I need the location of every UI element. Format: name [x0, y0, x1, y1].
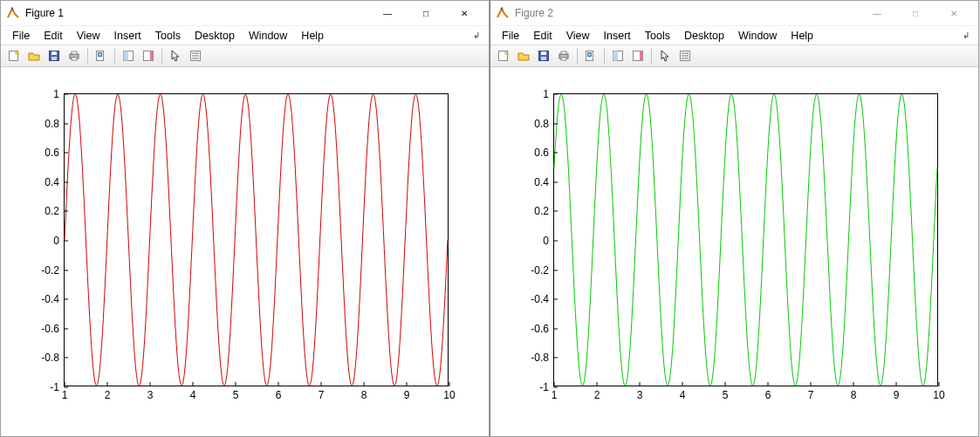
y-tick-label: -0.2	[531, 264, 554, 277]
close-button[interactable]: ✕	[935, 1, 973, 25]
menu-tools[interactable]: Tools	[639, 28, 676, 44]
x-tick-mark	[640, 382, 641, 386]
menubar-overflow-icon[interactable]: ↲	[963, 31, 973, 40]
y-tick-mark	[64, 153, 68, 154]
y-tick-mark	[553, 358, 558, 358]
svg-point-19	[501, 8, 504, 10]
x-tick-mark	[597, 382, 598, 386]
link-plot-icon[interactable]	[608, 46, 627, 65]
open-icon[interactable]	[514, 46, 533, 65]
menu-window[interactable]: Window	[732, 28, 783, 44]
close-button[interactable]: ✕	[445, 1, 483, 25]
x-tick-mark	[896, 382, 897, 386]
maximize-button[interactable]: □	[407, 1, 445, 25]
x-tick-label: 9	[404, 386, 410, 401]
toolbar	[490, 44, 978, 67]
svg-rect-27	[561, 58, 566, 60]
menu-insert[interactable]: Insert	[598, 28, 637, 44]
svg-rect-8	[72, 58, 77, 60]
x-tick-label: 7	[319, 386, 325, 401]
window-title: Figure 1	[25, 7, 64, 19]
insert-legend-icon[interactable]	[186, 46, 205, 65]
x-tick-label: 3	[147, 386, 154, 401]
titlebar[interactable]: Figure 2 — □ ✕	[490, 1, 978, 25]
toolbar-separator	[87, 48, 88, 64]
colorbar-icon[interactable]	[628, 46, 648, 65]
menu-window[interactable]: Window	[243, 28, 293, 44]
svg-rect-10	[99, 53, 102, 57]
menu-edit[interactable]: Edit	[527, 28, 559, 44]
new-figure-icon[interactable]	[4, 46, 24, 65]
print-preview-icon[interactable]	[92, 46, 111, 65]
maximize-button[interactable]: □	[896, 1, 935, 25]
menu-view[interactable]: View	[560, 28, 596, 44]
menubar: File Edit View Insert Tools Desktop Wind…	[1, 25, 489, 44]
axes: -1-0.8-0.6-0.4-0.200.20.40.60.8112345678…	[553, 93, 938, 386]
toolbar-separator	[604, 48, 605, 64]
y-tick-mark	[553, 241, 558, 242]
menu-help[interactable]: Help	[295, 28, 330, 44]
menu-file[interactable]: File	[496, 28, 525, 44]
menu-help[interactable]: Help	[785, 28, 819, 44]
y-tick-label: 0.8	[534, 118, 554, 130]
svg-rect-12	[124, 51, 129, 61]
link-plot-icon[interactable]	[119, 46, 138, 65]
svg-rect-33	[640, 51, 643, 61]
x-tick-mark	[364, 382, 365, 386]
menu-view[interactable]: View	[71, 28, 106, 44]
y-tick-label: -0.4	[531, 293, 554, 305]
y-tick-mark	[64, 211, 68, 212]
menu-desktop[interactable]: Desktop	[188, 28, 241, 44]
y-tick-label: 0.2	[534, 205, 554, 217]
toolbar	[1, 44, 489, 67]
menu-file[interactable]: File	[6, 28, 36, 44]
print-icon[interactable]	[65, 46, 84, 65]
x-tick-mark	[449, 382, 450, 386]
x-tick-mark	[107, 382, 108, 386]
toolbar-separator	[161, 48, 162, 64]
y-tick-mark	[553, 211, 558, 212]
plot-area[interactable]: -1-0.8-0.6-0.4-0.200.20.40.60.8112345678…	[490, 67, 978, 436]
x-tick-label: 6	[765, 386, 771, 401]
titlebar[interactable]: Figure 1 — □ ✕	[1, 1, 489, 25]
x-tick-mark	[725, 382, 726, 386]
menu-tools[interactable]: Tools	[149, 28, 187, 44]
svg-rect-29	[588, 53, 592, 57]
svg-rect-14	[150, 51, 154, 61]
x-tick-mark	[554, 382, 555, 386]
x-tick-mark	[278, 382, 279, 386]
print-icon[interactable]	[554, 46, 573, 65]
y-tick-label: -0.8	[531, 352, 554, 364]
print-preview-icon[interactable]	[581, 46, 600, 65]
x-tick-label: 2	[105, 386, 111, 401]
menu-insert[interactable]: Insert	[108, 28, 147, 44]
save-icon[interactable]	[45, 46, 64, 65]
new-figure-icon[interactable]	[494, 46, 513, 65]
x-tick-mark	[150, 382, 151, 386]
open-icon[interactable]	[24, 46, 44, 65]
x-tick-mark	[407, 382, 408, 386]
minimize-button[interactable]: —	[858, 1, 896, 25]
minimize-button[interactable]: —	[368, 1, 407, 25]
pointer-icon[interactable]	[166, 46, 185, 65]
y-tick-label: -0.2	[41, 264, 65, 277]
y-tick-mark	[553, 270, 558, 270]
y-tick-mark	[64, 358, 68, 358]
figure-window-1: Figure 1 — □ ✕ File Edit View Insert Too…	[0, 0, 490, 437]
y-tick-label: 0.4	[534, 176, 554, 188]
y-tick-mark	[64, 181, 68, 182]
x-tick-label: 6	[276, 386, 282, 401]
insert-legend-icon[interactable]	[675, 46, 695, 65]
save-icon[interactable]	[534, 46, 553, 65]
x-tick-label: 9	[894, 386, 900, 401]
menu-desktop[interactable]: Desktop	[678, 28, 730, 44]
pointer-icon[interactable]	[655, 46, 675, 65]
y-tick-mark	[553, 153, 558, 154]
y-tick-mark	[64, 299, 68, 300]
plot-area[interactable]: -1-0.8-0.6-0.4-0.200.20.40.60.8112345678…	[1, 67, 489, 436]
menubar-overflow-icon[interactable]: ↲	[473, 31, 483, 40]
x-tick-label: 8	[361, 386, 367, 401]
window-title: Figure 2	[515, 7, 553, 19]
colorbar-icon[interactable]	[139, 46, 158, 65]
menu-edit[interactable]: Edit	[38, 28, 69, 44]
